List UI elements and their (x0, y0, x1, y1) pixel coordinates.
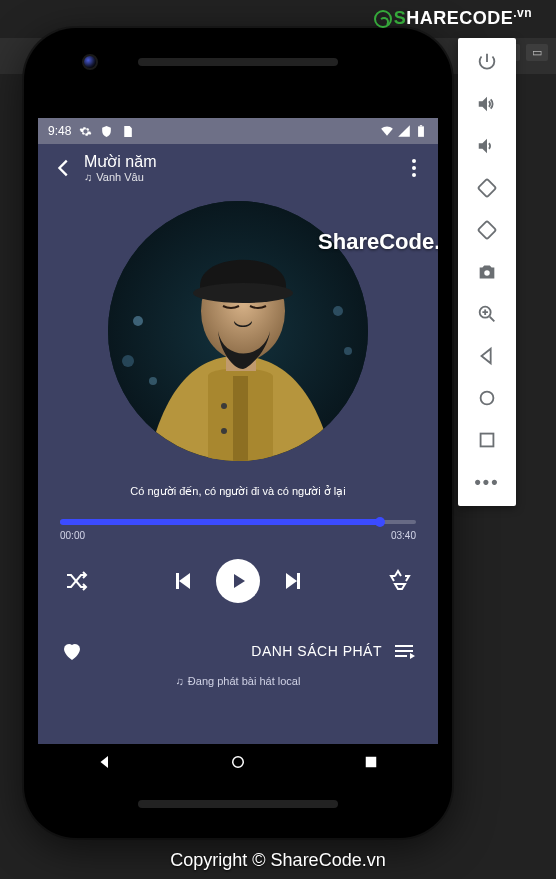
playlist-label: DANH SÁCH PHÁT (251, 643, 382, 659)
ide-chip: ▭ (526, 44, 548, 61)
status-bar: 9:48 (38, 118, 438, 144)
favorite-button[interactable] (60, 639, 84, 663)
more-icon[interactable]: ••• (475, 470, 499, 494)
shuffle-button[interactable] (64, 569, 88, 593)
svg-point-18 (193, 283, 293, 303)
now-playing-toast: ♫Đang phát bài hát local (38, 669, 438, 687)
svg-point-10 (122, 355, 134, 367)
sd-card-icon (121, 125, 134, 138)
svg-point-4 (481, 392, 494, 405)
watermark-top: SHARECODE.vn (374, 6, 532, 29)
rotate-left-icon[interactable] (475, 176, 499, 200)
player-controls (38, 541, 438, 611)
phone-camera (82, 54, 98, 70)
power-icon[interactable] (475, 50, 499, 74)
seek-thumb[interactable] (375, 517, 385, 527)
watermark-copyright: Copyright © ShareCode.vn (0, 850, 556, 871)
time-current: 00:00 (60, 530, 85, 541)
phone-screen: 9:48 Mười năm ♫ Vanh Vâu (38, 118, 438, 784)
recents-icon[interactable] (475, 428, 499, 452)
battery-icon (414, 124, 428, 138)
emulator-toolbar: ••• (458, 38, 516, 506)
android-navbar (38, 744, 438, 784)
seek-fill (60, 519, 380, 525)
playlist-button[interactable]: DANH SÁCH PHÁT (251, 639, 416, 663)
svg-point-15 (221, 428, 227, 434)
svg-rect-20 (366, 757, 377, 768)
status-time: 9:48 (48, 124, 71, 138)
svg-point-2 (484, 270, 490, 276)
zoom-icon[interactable] (475, 302, 499, 326)
svg-rect-5 (481, 434, 494, 447)
phone-frame: 9:48 Mười năm ♫ Vanh Vâu (24, 28, 452, 838)
phone-speaker-bottom (138, 800, 338, 808)
back-icon[interactable] (475, 344, 499, 368)
time-duration: 03:40 (391, 530, 416, 541)
volume-down-icon[interactable] (475, 134, 499, 158)
wifi-icon (380, 124, 394, 138)
svg-rect-7 (420, 125, 422, 126)
seek-area: 00:00 03:40 (38, 520, 438, 541)
svg-point-9 (133, 316, 143, 326)
shield-icon (100, 125, 113, 138)
rotate-right-icon[interactable] (475, 218, 499, 242)
next-button[interactable] (282, 569, 306, 593)
settings-icon (79, 125, 92, 138)
back-button[interactable] (50, 154, 78, 182)
svg-rect-6 (418, 126, 424, 136)
svg-rect-0 (478, 179, 496, 197)
music-note-icon: ♫ (176, 675, 184, 687)
svg-point-11 (149, 377, 157, 385)
phone-speaker-top (138, 58, 338, 66)
svg-point-14 (221, 403, 227, 409)
playlist-icon (392, 639, 416, 663)
svg-point-13 (344, 347, 352, 355)
app-header: Mười năm ♫ Vanh Vâu (38, 144, 438, 191)
nav-home-button[interactable] (229, 753, 247, 775)
nav-back-button[interactable] (96, 753, 114, 775)
watermark-mid: ShareCode.vn (318, 229, 438, 255)
svg-rect-1 (478, 221, 496, 239)
logo-swirl-icon (374, 10, 392, 28)
nav-recents-button[interactable] (362, 753, 380, 775)
previous-button[interactable] (170, 569, 194, 593)
home-icon[interactable] (475, 386, 499, 410)
signal-icon (397, 124, 411, 138)
svg-point-12 (333, 306, 343, 316)
artist-name: ♫ Vanh Vâu (84, 171, 402, 183)
volume-up-icon[interactable] (475, 92, 499, 116)
music-note-icon: ♫ (84, 171, 92, 183)
lyric-line: Có người đến, có người đi và có người ở … (38, 475, 438, 520)
svg-point-19 (233, 757, 244, 768)
camera-icon[interactable] (475, 260, 499, 284)
song-title: Mười năm (84, 152, 402, 171)
bottom-row: DANH SÁCH PHÁT (38, 611, 438, 669)
play-button[interactable] (216, 559, 260, 603)
menu-button[interactable] (402, 159, 426, 177)
seek-bar[interactable] (60, 520, 416, 524)
recycle-button[interactable] (388, 569, 412, 593)
